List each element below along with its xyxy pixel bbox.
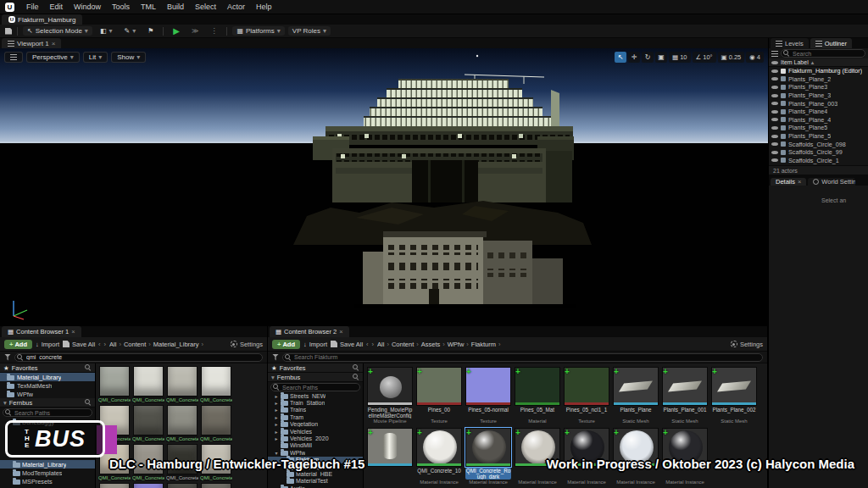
add-button[interactable]: +Add [4,340,32,349]
expand-arrow[interactable]: ▸ [274,435,279,441]
level-tab[interactable]: U Flakturm_Hamburg [2,14,82,25]
search-icon[interactable] [85,399,92,406]
material-tile[interactable]: QMI_Concrete [200,405,232,442]
breadcrumb-segment[interactable]: Material_Library [146,341,198,348]
forward-button[interactable]: › [372,341,375,348]
expand-arrow[interactable]: ▸ [274,407,279,413]
select-tool-button[interactable]: ↖ [615,52,626,63]
asset-tile[interactable]: + [367,428,413,485]
material-tile[interactable]: QMI_Concrete [132,366,164,403]
paint-tool-button[interactable]: ✎▾ [120,26,140,36]
folder-row[interactable]: Material_Library [0,460,95,469]
unreal-logo-icon[interactable]: U [5,3,14,12]
perspective-button[interactable]: Perspective▾ [26,52,80,63]
visibility-eye-icon[interactable] [771,77,778,80]
skip-button[interactable]: ≫ [187,26,203,36]
cb1-path-search-input[interactable] [3,408,92,417]
visibility-eye-icon[interactable] [771,151,778,154]
favorites-header[interactable]: ★Favorites [0,363,95,373]
material-tile[interactable]: QMI_Concrete [166,483,198,488]
menu-item[interactable]: Tools [107,1,135,13]
outliner-column-header[interactable]: Item Label ▴ [769,58,868,67]
fernbus-header[interactable]: ▾Fernbus [0,398,95,408]
outliner-row[interactable]: Scaffolds_Circle_99 [769,148,868,157]
visibility-eye-icon[interactable] [771,86,778,89]
save-all-button[interactable]: Save All [331,341,363,348]
visibility-eye-icon[interactable] [771,118,778,121]
menu-item[interactable]: Help [251,1,277,13]
material-tile[interactable]: QMI_Concrete [132,483,164,488]
tab-levels[interactable]: Levels [771,38,809,48]
material-tile[interactable]: QMI_Concrete [200,483,232,488]
scale-tool-button[interactable]: ▣ [655,52,667,63]
expand-arrow[interactable]: ▸ [274,429,279,435]
import-button[interactable]: ↓Import [303,341,327,348]
favorites-header[interactable]: ★Favorites [268,363,363,373]
folder-row[interactable]: MSPresets [0,477,95,485]
outliner-row[interactable]: Flakturm_Hamburg (Editor) [769,67,868,75]
back-button[interactable]: ‹ [366,341,369,348]
lit-button[interactable]: Lit▾ [83,52,108,63]
outliner-row[interactable]: Plants_Plane_003 [769,99,868,108]
save-all-button[interactable]: Save All [63,341,95,348]
asset-tile[interactable]: + Plants_Plane_002 Static Mesh [711,367,757,424]
material-tile[interactable]: QMI_Concrete [166,366,198,403]
fernbus-header[interactable]: ▾Fernbus [268,373,363,382]
breadcrumb-segment[interactable]: Assets [414,341,440,348]
play-options-kebab[interactable]: ⋮ [206,26,221,36]
outliner-row[interactable]: Scaffolds_Circle_098 [769,140,868,148]
asset-tile[interactable]: + Plants_Plane Static Mesh [613,367,659,424]
visibility-eye-icon[interactable] [771,135,778,138]
close-icon[interactable]: × [798,178,801,186]
breadcrumb-segment[interactable]: WPfw [440,341,464,348]
breadcrumb-segment[interactable]: Content [384,341,414,348]
outliner-row[interactable]: Plants_Plane5 [769,124,868,132]
viewport-options-button[interactable] [4,52,23,63]
filter-icon[interactable] [4,354,11,361]
selection-mode-dropdown[interactable]: ↖ Selection Mode ▾ [23,26,92,36]
material-tile[interactable]: QMI_Concrete [166,405,198,442]
filter-icon[interactable] [272,354,279,361]
folder-row[interactable]: ▸ Audio [268,485,363,488]
import-button[interactable]: ↓Import [36,341,59,348]
save-icon[interactable] [5,28,12,35]
folder-row[interactable]: Material_HBE [268,470,363,477]
outliner-row[interactable]: Plants_Plane4 [769,108,868,116]
outliner-search-input[interactable] [781,49,865,58]
camera-speed-button[interactable]: ◉4 [746,52,764,63]
show-button[interactable]: Show▾ [111,52,146,63]
platforms-dropdown[interactable]: ▦ Platforms ▾ [232,26,284,36]
breadcrumb-segment[interactable]: All [377,341,384,348]
asset-tile[interactable]: + QMI_Concrete_10 Material Instance [416,428,462,485]
visibility-eye-icon[interactable] [771,94,778,97]
visibility-eye-icon[interactable] [771,110,778,114]
outliner-row[interactable]: Plants_Plane3 [769,83,868,92]
folder-row[interactable]: ▸ Vegetation [268,421,363,428]
asset-tile[interactable]: + Pines_05_Mat Material [515,367,560,424]
vp-roles-dropdown[interactable]: VP Roles ▾ [288,26,331,36]
cb1-settings-button[interactable]: Settings [231,341,263,348]
asset-tile[interactable]: + QMI_Concrete_Rough_dark Material Insta… [465,428,511,485]
material-tile[interactable]: QMI_Concrete [98,366,131,403]
folder-row[interactable]: ModTemplates [0,469,95,477]
rotation-snap-toggle[interactable]: ∠10° [693,52,716,63]
favorite-folder-row[interactable]: Material_Library [0,373,95,381]
outliner-row[interactable]: Plants_Plane_4 [769,116,868,125]
cb1-search-input[interactable] [14,353,263,362]
viewport-tab[interactable]: Viewport 1 × [2,38,61,48]
outliner-row[interactable]: Plants_Plane_5 [769,132,868,141]
asset-tile[interactable]: + Pines_00 Texture [416,367,462,424]
tab-world-settings[interactable]: World Settings [808,178,855,186]
visibility-eye-icon[interactable] [771,69,778,73]
cb2-search-input[interactable] [282,353,763,362]
expand-arrow[interactable]: ▸ [274,414,279,420]
cb2-settings-button[interactable]: Settings [731,341,763,348]
asset-tile[interactable]: + Pending_MoviePipelineMasterConfig1 Mov… [367,367,413,424]
add-button[interactable]: +Add [272,340,300,349]
menu-item[interactable]: Select [190,1,221,13]
modes-button[interactable]: ⚑ [143,26,158,36]
breadcrumb-segment[interactable]: All [109,341,116,348]
breadcrumb-segment[interactable]: Flakturm [464,341,496,348]
asset-tile[interactable]: + Pines_05-normal Texture [465,367,511,424]
search-icon[interactable] [353,364,359,371]
